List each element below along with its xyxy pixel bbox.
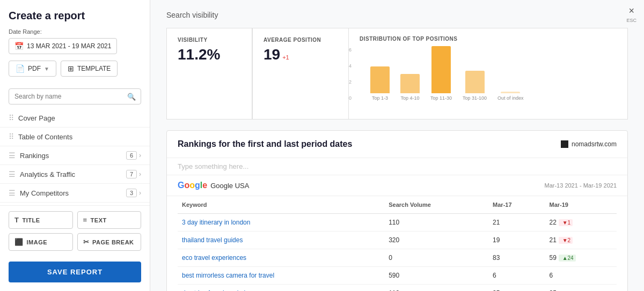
- cell-mar17: 83: [488, 249, 545, 267]
- competitors-badge: 3: [126, 189, 137, 197]
- sidebar-item-label: Analytics & Traffic: [20, 170, 126, 178]
- rankings-title: Rankings for the first and last period d…: [178, 139, 352, 149]
- bar-group-3: Top 11-30: [430, 46, 452, 101]
- rankings-section: Rankings for the first and last period d…: [166, 130, 628, 291]
- cell-keyword: best mirrorless camera for travel: [178, 267, 384, 285]
- change-badge: 1: [559, 219, 573, 226]
- image-widget-label: IMAGE: [27, 239, 48, 245]
- bar-top11-30: [431, 46, 451, 93]
- bar-label-5: Out of index: [497, 95, 524, 101]
- title-widget-label: TITLE: [22, 217, 40, 223]
- date-range-value: 13 MAR 2021 - 19 MAR 2021: [27, 42, 111, 50]
- visibility-card: VISIBILITY 11.2%: [166, 28, 252, 120]
- date-range-label: Date Range:: [9, 28, 141, 35]
- table-row: eco travel experiences 0 83 59 24: [178, 249, 617, 267]
- cell-mar19: 6: [545, 267, 617, 285]
- y-label-6: 6: [349, 47, 352, 53]
- y-label-0: 0: [349, 95, 352, 101]
- bar-chart: Top 1-3 Top 4-10 Top 11-30 Top 31-1: [370, 47, 617, 111]
- cell-mar17: 25: [488, 285, 545, 292]
- cell-volume: 110: [384, 285, 488, 292]
- sidebar-item-table-of-contents[interactable]: ⠿ Table of Contents: [0, 128, 150, 146]
- search-container: 🔍: [9, 88, 141, 105]
- esc-label: ESC: [626, 18, 636, 23]
- sidebar-item-rankings[interactable]: ☰ Rankings 6 ›: [0, 146, 150, 165]
- cell-volume: 110: [384, 214, 488, 232]
- close-icon: ×: [628, 5, 634, 17]
- cell-mar19: 59 24: [545, 249, 617, 267]
- col-keyword: Keyword: [178, 196, 384, 214]
- table-row: 3 day itinerary in london 110 21 22 1: [178, 214, 617, 232]
- sidebar-item-cover-page[interactable]: ⠿ Cover Page: [0, 109, 150, 128]
- metrics-row: VISIBILITY 11.2% AVERAGE POSITION 19 +1 …: [166, 28, 628, 120]
- pdf-button[interactable]: 📄 PDF ▼: [9, 61, 56, 77]
- domain-color-swatch: [561, 140, 568, 148]
- cell-volume: 0: [384, 249, 488, 267]
- google-label: Google USA: [210, 182, 249, 190]
- arrow-down-icon: [562, 220, 568, 226]
- content-area: Search visibility VISIBILITY 11.2% AVERA…: [150, 0, 644, 291]
- cell-volume: 320: [384, 232, 488, 249]
- date-range-button[interactable]: 📅 13 MAR 2021 - 19 MAR 2021: [9, 38, 117, 54]
- drag-icon: ⠿: [9, 114, 14, 122]
- bar-group-4: Top 31-100: [463, 71, 487, 101]
- drag-icon: ☰: [9, 151, 16, 160]
- y-axis: 6 4 2 0: [349, 47, 352, 101]
- save-report-button[interactable]: SAVE REPORT: [9, 262, 141, 282]
- page-break-widget-label: PAGE BREAK: [92, 239, 134, 245]
- title-widget-button[interactable]: T TITLE: [9, 211, 73, 229]
- bar-top4-10: [400, 74, 420, 93]
- chevron-right-icon: ›: [139, 170, 141, 178]
- template-button[interactable]: ⊞ TEMPLATE: [61, 61, 118, 77]
- cell-volume: 590: [384, 267, 488, 285]
- type-area[interactable]: Type something here...: [167, 158, 627, 175]
- rankings-badge: 6: [126, 151, 137, 160]
- format-row: 📄 PDF ▼ ⊞ TEMPLATE: [9, 61, 141, 77]
- title-icon: T: [14, 216, 19, 224]
- close-button[interactable]: × ESC: [626, 5, 636, 23]
- distribution-chart-card: DISTRIBUTION OF TOP POSITIONS 6 4 2 0 To…: [349, 28, 628, 120]
- type-placeholder: Type something here...: [178, 162, 248, 170]
- drag-icon: ☰: [9, 189, 16, 197]
- visibility-label: VISIBILITY: [178, 37, 241, 43]
- drag-icon: ⠿: [9, 132, 14, 141]
- cell-mar19: 25: [545, 285, 617, 292]
- sidebar-item-analytics-traffic[interactable]: ☰ Analytics & Traffic 7 ›: [0, 165, 150, 184]
- page-title: Create a report: [9, 10, 141, 22]
- avg-position-value: 19: [264, 46, 280, 63]
- chevron-down-icon: ▼: [44, 66, 49, 72]
- arrow-down-icon: [562, 237, 568, 243]
- text-widget-button[interactable]: ≡ TEXT: [77, 211, 142, 229]
- bar-group-1: Top 1-3: [370, 66, 390, 101]
- average-position-card: AVERAGE POSITION 19 +1: [252, 28, 349, 120]
- google-logo: Google Google USA: [178, 181, 249, 190]
- scissors-icon: ✂: [83, 238, 90, 246]
- drag-icon: ☰: [9, 170, 16, 178]
- pdf-label: PDF: [28, 65, 41, 72]
- template-icon: ⊞: [68, 64, 74, 73]
- sidebar-item-label: Table of Contents: [18, 133, 141, 141]
- chevron-right-icon: ›: [139, 189, 141, 197]
- rankings-header: Rankings for the first and last period d…: [167, 131, 627, 158]
- bar-label-2: Top 4-10: [400, 95, 419, 101]
- text-widget-label: TEXT: [91, 217, 107, 223]
- table-date-range: Mar-13 2021 - Mar-19 2021: [544, 182, 617, 189]
- change-badge: 24: [559, 255, 576, 262]
- calendar-icon: 📅: [14, 42, 24, 50]
- avg-position-sub: +1: [282, 54, 289, 61]
- page-break-widget-button[interactable]: ✂ PAGE BREAK: [77, 233, 142, 251]
- sidebar-item-label: My Competitors: [20, 189, 126, 197]
- cell-mar19: 22 1: [545, 214, 617, 232]
- table-row: day trips from bangkok 110 25 25: [178, 285, 617, 292]
- image-widget-button[interactable]: ⬛ IMAGE: [9, 233, 73, 251]
- table-row: best mirrorless camera for travel 590 6 …: [178, 267, 617, 285]
- sidebar-item-my-competitors[interactable]: ☰ My Competitors 3 ›: [0, 184, 150, 203]
- search-input[interactable]: [9, 88, 141, 105]
- col-mar17: Mar-17: [488, 196, 545, 214]
- bar-group-2: Top 4-10: [400, 74, 420, 101]
- cell-keyword: 3 day itinerary in london: [178, 214, 384, 232]
- cell-mar17: 6: [488, 267, 545, 285]
- bar-group-5: Out of index: [497, 92, 524, 101]
- bar-label-4: Top 31-100: [463, 95, 487, 101]
- search-icon: 🔍: [127, 93, 136, 101]
